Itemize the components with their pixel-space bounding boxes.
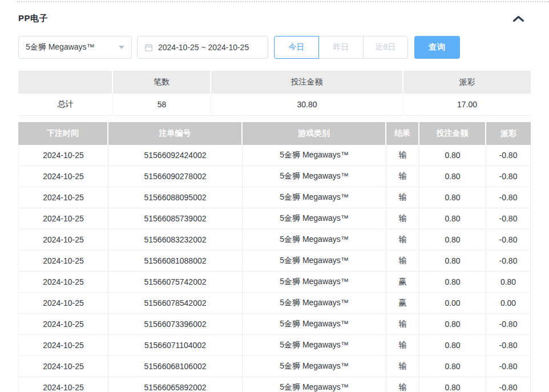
chevron-down-icon bbox=[119, 46, 124, 49]
table-row: 2024-10-25515660681060025金狮 Megaways™输0.… bbox=[18, 356, 531, 377]
date-quick-filter-group: 今日昨日近8日 bbox=[274, 36, 408, 59]
order-number-cell: 51566071104002 bbox=[108, 335, 243, 356]
summary-header-cell bbox=[18, 71, 113, 94]
calendar-icon bbox=[144, 43, 153, 52]
table-row: 2024-10-25515660902780025金狮 Megaways™输0.… bbox=[18, 166, 531, 187]
panel-header: PP电子 bbox=[18, 13, 531, 24]
bet-amount-cell: 0.80 bbox=[419, 229, 486, 250]
payout-cell: 0.80 bbox=[486, 272, 531, 293]
game-type-cell: 5金狮 Megaways™ bbox=[243, 356, 386, 377]
game-type-cell: 5金狮 Megaways™ bbox=[243, 314, 386, 335]
summary-total-payout: 17.00 bbox=[403, 94, 531, 116]
bet-records-header-cell: 注单编号 bbox=[108, 122, 243, 145]
bet-time-cell: 2024-10-25 bbox=[18, 229, 108, 250]
date-range-input[interactable]: 2024-10-25 ~ 2024-10-25 bbox=[137, 36, 268, 59]
table-row: 2024-10-25515660733960025金狮 Megaways™输0.… bbox=[18, 314, 531, 335]
bet-amount-cell: 0.80 bbox=[419, 356, 486, 377]
bet-records-table: 下注时间注单编号游戏类别结果投注金额派彩 2024-10-25515660924… bbox=[18, 122, 531, 392]
bet-time-cell: 2024-10-25 bbox=[18, 335, 108, 356]
bet-time-cell: 2024-10-25 bbox=[18, 208, 108, 229]
summary-total-label: 总计 bbox=[18, 94, 113, 116]
bet-records-header-cell: 结果 bbox=[386, 122, 419, 145]
result-cell: 输 bbox=[386, 250, 419, 272]
bet-amount-cell: 0.80 bbox=[419, 314, 486, 335]
payout-cell: -0.80 bbox=[486, 166, 531, 187]
game-select[interactable]: 5金狮 Megaways™ bbox=[18, 36, 132, 59]
table-row: 2024-10-25515660832320025金狮 Megaways™输0.… bbox=[18, 229, 531, 250]
game-type-cell: 5金狮 Megaways™ bbox=[243, 145, 386, 166]
result-cell: 输 bbox=[386, 145, 419, 166]
bet-records-header-cell: 派彩 bbox=[486, 122, 531, 145]
quick-filter-button[interactable]: 今日 bbox=[274, 36, 319, 59]
bet-amount-cell: 0.80 bbox=[419, 377, 486, 392]
result-cell: 赢 bbox=[386, 272, 419, 293]
quick-filter-button[interactable]: 近8日 bbox=[363, 36, 408, 59]
order-number-cell: 51566092424002 bbox=[108, 145, 243, 166]
result-cell: 输 bbox=[386, 377, 419, 392]
order-number-cell: 51566085739002 bbox=[108, 208, 243, 229]
result-cell: 输 bbox=[386, 166, 419, 187]
table-row: 2024-10-25515660658920025金狮 Megaways™输0.… bbox=[18, 377, 531, 392]
bet-amount-cell: 0.80 bbox=[419, 335, 486, 356]
bet-time-cell: 2024-10-25 bbox=[18, 166, 108, 187]
table-row: 2024-10-25515660757420025金狮 Megaways™赢0.… bbox=[18, 272, 531, 293]
search-button[interactable]: 查询 bbox=[414, 36, 460, 59]
panel-top-dashed-border bbox=[17, 1, 549, 2]
summary-total-bet-amount: 30.80 bbox=[211, 94, 403, 116]
bet-time-cell: 2024-10-25 bbox=[18, 314, 108, 335]
result-cell: 输 bbox=[386, 229, 419, 250]
table-row: 2024-10-25515660857390025金狮 Megaways™输0.… bbox=[18, 208, 531, 229]
payout-cell: 0.00 bbox=[486, 293, 531, 314]
order-number-cell: 51566088095002 bbox=[108, 187, 243, 208]
summary-header-cell: 派彩 bbox=[403, 71, 531, 94]
bet-amount-cell: 0.00 bbox=[419, 293, 486, 314]
order-number-cell: 51566073396002 bbox=[108, 314, 243, 335]
table-row: 2024-10-25515660711040025金狮 Megaways™输0.… bbox=[18, 335, 531, 356]
payout-cell: -0.80 bbox=[486, 335, 531, 356]
order-number-cell: 51566090278002 bbox=[108, 166, 243, 187]
bet-amount-cell: 0.80 bbox=[419, 166, 486, 187]
bet-time-cell: 2024-10-25 bbox=[18, 187, 108, 208]
bet-time-cell: 2024-10-25 bbox=[18, 145, 108, 166]
order-number-cell: 51566068106002 bbox=[108, 356, 243, 377]
panel-title: PP电子 bbox=[18, 13, 48, 24]
order-number-cell: 51566065892002 bbox=[108, 377, 243, 392]
payout-cell: -0.80 bbox=[486, 229, 531, 250]
summary-header-cell: 笔数 bbox=[113, 71, 211, 94]
summary-header-cell: 投注金额 bbox=[211, 71, 403, 94]
chevron-up-icon bbox=[512, 15, 524, 22]
bet-amount-cell: 0.80 bbox=[419, 250, 486, 272]
game-type-cell: 5金狮 Megaways™ bbox=[243, 250, 386, 272]
payout-cell: -0.80 bbox=[486, 377, 531, 392]
bet-amount-cell: 0.80 bbox=[419, 187, 486, 208]
game-type-cell: 5金狮 Megaways™ bbox=[243, 335, 386, 356]
payout-cell: -0.80 bbox=[486, 145, 531, 166]
table-row: 2024-10-25515660785420025金狮 Megaways™赢0.… bbox=[18, 293, 531, 314]
payout-cell: -0.80 bbox=[486, 250, 531, 272]
bet-records-header-cell: 游戏类别 bbox=[243, 122, 386, 145]
quick-filter-button[interactable]: 昨日 bbox=[318, 36, 364, 59]
collapse-panel-button[interactable] bbox=[512, 15, 524, 22]
game-type-cell: 5金狮 Megaways™ bbox=[243, 166, 386, 187]
summary-total-row: 总计 58 30.80 17.00 bbox=[18, 94, 531, 116]
bet-time-cell: 2024-10-25 bbox=[18, 356, 108, 377]
game-type-cell: 5金狮 Megaways™ bbox=[243, 187, 386, 208]
bet-amount-cell: 0.80 bbox=[419, 208, 486, 229]
result-cell: 输 bbox=[386, 187, 419, 208]
game-type-cell: 5金狮 Megaways™ bbox=[243, 272, 386, 293]
summary-header-row: 笔数投注金额派彩 bbox=[18, 71, 531, 94]
table-row: 2024-10-25515660880950025金狮 Megaways™输0.… bbox=[18, 187, 531, 208]
order-number-cell: 51566078542002 bbox=[108, 293, 243, 314]
table-row: 2024-10-25515660810880025金狮 Megaways™输0.… bbox=[18, 250, 531, 272]
bet-time-cell: 2024-10-25 bbox=[18, 377, 108, 392]
payout-cell: -0.80 bbox=[486, 314, 531, 335]
bet-time-cell: 2024-10-25 bbox=[18, 250, 108, 272]
game-select-value: 5金狮 Megaways™ bbox=[26, 42, 95, 52]
summary-table: 笔数投注金额派彩 总计 58 30.80 17.00 bbox=[18, 71, 531, 116]
game-type-cell: 5金狮 Megaways™ bbox=[243, 293, 386, 314]
result-cell: 输 bbox=[386, 356, 419, 377]
table-row: 2024-10-25515660924240025金狮 Megaways™输0.… bbox=[18, 145, 531, 166]
bet-records-header-cell: 下注时间 bbox=[18, 122, 108, 145]
bet-time-cell: 2024-10-25 bbox=[18, 293, 108, 314]
order-number-cell: 51566083232002 bbox=[108, 229, 243, 250]
